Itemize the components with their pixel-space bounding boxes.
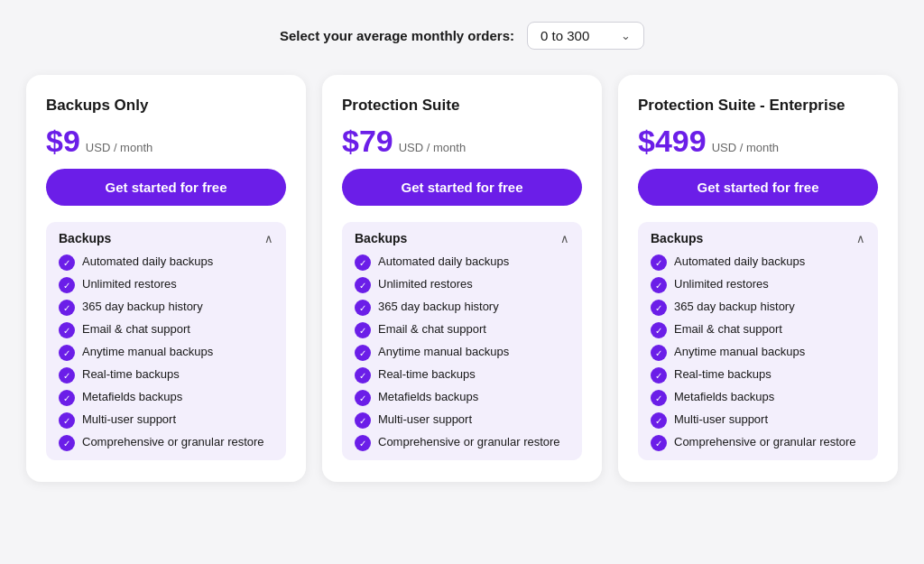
check-icon: ✓ xyxy=(355,345,371,361)
plan-card-protection-suite-enterprise: Protection Suite - Enterprise$499USD / m… xyxy=(618,75,898,482)
check-icon: ✓ xyxy=(651,435,667,451)
list-item: ✓Unlimited restores xyxy=(59,277,273,293)
check-icon: ✓ xyxy=(59,367,75,384)
check-icon: ✓ xyxy=(355,322,371,338)
feature-text: Comprehensive or granular restore xyxy=(82,435,264,448)
features-section-protection-suite-enterprise: Backups∧✓Automated daily backups✓Unlimit… xyxy=(638,222,878,460)
order-select-dropdown[interactable]: 0 to 300 ⌄ xyxy=(527,22,644,50)
feature-text: Multi-user support xyxy=(674,412,768,426)
list-item: ✓Metafields backups xyxy=(355,390,569,406)
price-amount-protection-suite-enterprise: $499 xyxy=(638,125,707,156)
list-item: ✓Anytime manual backups xyxy=(651,345,865,361)
list-item: ✓Metafields backups xyxy=(651,390,865,406)
check-icon: ✓ xyxy=(59,345,75,361)
feature-text: Anytime manual backups xyxy=(82,345,213,358)
feature-text: 365 day backup history xyxy=(378,300,499,313)
feature-text: Metafields backups xyxy=(378,390,478,403)
check-icon: ✓ xyxy=(59,435,75,451)
feature-list-protection-suite: ✓Automated daily backups✓Unlimited resto… xyxy=(355,254,569,451)
price-amount-protection-suite: $79 xyxy=(342,125,393,156)
list-item: ✓Email & chat support xyxy=(651,322,865,338)
plan-card-protection-suite: Protection Suite$79USD / monthGet starte… xyxy=(322,75,602,482)
features-header-protection-suite-enterprise: Backups∧ xyxy=(651,231,865,245)
feature-text: 365 day backup history xyxy=(82,300,203,313)
feature-text: Real-time backups xyxy=(378,367,476,381)
feature-text: Unlimited restores xyxy=(378,277,473,291)
list-item: ✓Anytime manual backups xyxy=(59,345,273,361)
features-section-backups-only: Backups∧✓Automated daily backups✓Unlimit… xyxy=(46,222,286,460)
list-item: ✓Email & chat support xyxy=(59,322,273,338)
check-icon: ✓ xyxy=(59,254,75,271)
header-label: Select your average monthly orders: xyxy=(280,28,514,43)
feature-text: Metafields backups xyxy=(82,390,182,403)
price-period-protection-suite: USD / month xyxy=(399,141,466,154)
list-item: ✓Automated daily backups xyxy=(651,254,865,271)
cta-button-backups-only[interactable]: Get started for free xyxy=(46,169,286,206)
list-item: ✓Automated daily backups xyxy=(355,254,569,271)
check-icon: ✓ xyxy=(355,277,371,293)
list-item: ✓Real-time backups xyxy=(651,367,865,384)
check-icon: ✓ xyxy=(355,367,371,384)
list-item: ✓Real-time backups xyxy=(355,367,569,384)
list-item: ✓Email & chat support xyxy=(355,322,569,338)
plan-title-backups-only: Backups Only xyxy=(46,97,286,115)
check-icon: ✓ xyxy=(355,254,371,271)
features-title-protection-suite: Backups xyxy=(355,231,407,245)
price-row-protection-suite: $79USD / month xyxy=(342,125,582,156)
list-item: ✓Comprehensive or granular restore xyxy=(355,435,569,451)
feature-text: Unlimited restores xyxy=(82,277,177,291)
feature-text: Multi-user support xyxy=(378,412,472,426)
feature-text: 365 day backup history xyxy=(674,300,795,313)
feature-text: Anytime manual backups xyxy=(674,345,805,358)
features-title-protection-suite-enterprise: Backups xyxy=(651,231,703,245)
chevron-up-icon-backups-only[interactable]: ∧ xyxy=(264,232,273,245)
check-icon: ✓ xyxy=(651,254,667,271)
chevron-down-icon: ⌄ xyxy=(621,29,631,42)
price-amount-backups-only: $9 xyxy=(46,125,80,156)
check-icon: ✓ xyxy=(355,300,371,316)
check-icon: ✓ xyxy=(59,300,75,316)
features-header-backups-only: Backups∧ xyxy=(59,231,273,245)
list-item: ✓Unlimited restores xyxy=(355,277,569,293)
cta-button-protection-suite[interactable]: Get started for free xyxy=(342,169,582,206)
check-icon: ✓ xyxy=(355,390,371,406)
features-header-protection-suite: Backups∧ xyxy=(355,231,569,245)
plan-title-protection-suite: Protection Suite xyxy=(342,97,582,115)
feature-text: Email & chat support xyxy=(82,322,190,336)
feature-text: Real-time backups xyxy=(82,367,180,381)
feature-text: Metafields backups xyxy=(674,390,774,403)
check-icon: ✓ xyxy=(651,322,667,338)
feature-list-backups-only: ✓Automated daily backups✓Unlimited resto… xyxy=(59,254,273,451)
chevron-up-icon-protection-suite[interactable]: ∧ xyxy=(560,232,569,245)
feature-text: Automated daily backups xyxy=(674,254,805,268)
list-item: ✓Unlimited restores xyxy=(651,277,865,293)
order-select-value: 0 to 300 xyxy=(541,28,612,43)
check-icon: ✓ xyxy=(59,322,75,338)
check-icon: ✓ xyxy=(651,390,667,406)
features-section-protection-suite: Backups∧✓Automated daily backups✓Unlimit… xyxy=(342,222,582,460)
list-item: ✓365 day backup history xyxy=(355,300,569,316)
feature-text: Real-time backups xyxy=(674,367,772,381)
check-icon: ✓ xyxy=(355,435,371,451)
check-icon: ✓ xyxy=(59,412,75,429)
list-item: ✓Comprehensive or granular restore xyxy=(59,435,273,451)
check-icon: ✓ xyxy=(651,300,667,316)
feature-text: Comprehensive or granular restore xyxy=(378,435,560,448)
feature-list-protection-suite-enterprise: ✓Automated daily backups✓Unlimited resto… xyxy=(651,254,865,451)
list-item: ✓Real-time backups xyxy=(59,367,273,384)
feature-text: Multi-user support xyxy=(82,412,176,426)
check-icon: ✓ xyxy=(651,277,667,293)
list-item: ✓Multi-user support xyxy=(355,412,569,429)
price-row-backups-only: $9USD / month xyxy=(46,125,286,156)
header-row: Select your average monthly orders: 0 to… xyxy=(280,22,644,50)
plan-card-backups-only: Backups Only$9USD / monthGet started for… xyxy=(26,75,306,482)
list-item: ✓365 day backup history xyxy=(59,300,273,316)
list-item: ✓Automated daily backups xyxy=(59,254,273,271)
price-period-protection-suite-enterprise: USD / month xyxy=(712,141,779,154)
price-row-protection-suite-enterprise: $499USD / month xyxy=(638,125,878,156)
feature-text: Unlimited restores xyxy=(674,277,769,291)
list-item: ✓Metafields backups xyxy=(59,390,273,406)
cta-button-protection-suite-enterprise[interactable]: Get started for free xyxy=(638,169,878,206)
chevron-up-icon-protection-suite-enterprise[interactable]: ∧ xyxy=(856,232,865,245)
list-item: ✓Comprehensive or granular restore xyxy=(651,435,865,451)
